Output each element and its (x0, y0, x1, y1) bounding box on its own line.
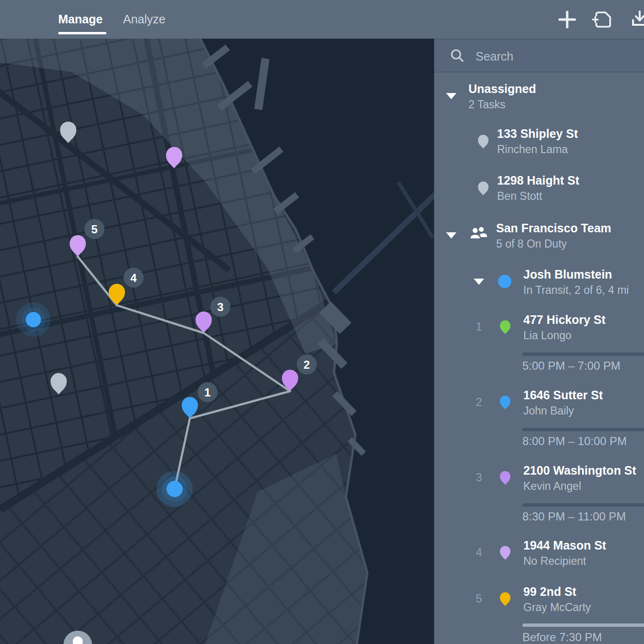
map-svg: 1 2 3 4 5 (0, 39, 434, 644)
task-address: 1298 Haight St (497, 172, 579, 188)
active-tab-underline (58, 32, 106, 34)
route-badge-2: 2 (303, 358, 310, 371)
time-window-bar (522, 353, 644, 356)
stop-pin-icon (499, 395, 511, 410)
task-recipient: Rinchen Lama (497, 142, 578, 157)
route-badge-5: 5 (91, 223, 97, 236)
search-icon (449, 48, 466, 64)
stop-address: 477 Hickory St (523, 312, 605, 328)
time-window: 5:00 PM – 7:00 PM (522, 358, 620, 374)
route-badge-4: 4 (130, 271, 137, 284)
task-recipient: Ben Stott (497, 188, 579, 204)
stop-address: 99 2nd St (523, 583, 591, 600)
search-bar[interactable] (434, 40, 644, 73)
stop-number: 1 (471, 320, 487, 333)
time-window-bar (522, 503, 644, 507)
team-icon (469, 226, 488, 240)
time-window-bar (522, 428, 644, 431)
time-window-bar (522, 623, 644, 627)
driver-status-dot (498, 275, 511, 288)
stop-pin-icon (499, 470, 511, 486)
driver-dot-west[interactable] (16, 302, 51, 337)
add-task-button[interactable] (556, 9, 578, 31)
stop-number: 4 (471, 546, 487, 559)
team-duty-count: 5 of 8 On Duty (496, 236, 611, 251)
import-tasks-icon (592, 9, 614, 31)
stop-number: 3 (471, 471, 487, 484)
stop-recipient: Lia Longo (523, 328, 605, 343)
driver-status: In Transit, 2 of 6, 4 mi (523, 282, 629, 298)
stop-recipient: Gray McCarty (523, 600, 591, 615)
unassigned-count: 2 Tasks (468, 97, 536, 112)
collapse-caret-icon[interactable] (446, 93, 457, 99)
stop-pin-icon (499, 545, 511, 561)
route-badge-3: 3 (217, 301, 223, 313)
collapse-caret-icon[interactable] (446, 232, 457, 239)
time-window: 8:30 PM – 11:00 PM (522, 509, 626, 524)
stop-recipient: No Recipient (523, 553, 606, 569)
collapse-caret-icon[interactable] (474, 279, 484, 285)
task-pin-icon (478, 134, 489, 149)
time-window: Before 7:30 PM (522, 630, 602, 644)
unassigned-title: Unassigned (468, 81, 536, 97)
task-pin-icon (478, 181, 489, 196)
stop-pin-icon (499, 320, 511, 335)
stop-number: 2 (471, 395, 487, 409)
map-canvas[interactable]: 1 2 3 4 5 (0, 39, 434, 644)
team-title: San Francisco Team (496, 220, 611, 236)
search-input[interactable] (475, 45, 634, 67)
plus-icon (558, 10, 577, 29)
stop-address: 2100 Washington St (523, 462, 636, 478)
driver-dot-south[interactable] (156, 471, 193, 507)
route-badge-1: 1 (204, 386, 210, 399)
sidebar: Unassigned 2 Tasks 133 Shipley St Rinche… (434, 39, 644, 644)
stop-number: 5 (471, 592, 487, 605)
import-tasks-button[interactable] (592, 9, 614, 31)
driver-name: Josh Blumstein (523, 266, 629, 282)
time-window: 8:00 PM – 10:00 PM (522, 434, 627, 449)
stop-recipient: John Baily (523, 403, 603, 418)
download-icon (631, 9, 644, 31)
stop-pin-icon (499, 592, 511, 607)
stop-address: 1646 Sutter St (523, 387, 603, 403)
task-address: 133 Shipley St (497, 125, 578, 142)
topbar: Manage Analyze (0, 0, 644, 39)
stop-address: 1944 Mason St (523, 537, 606, 553)
stop-recipient: Kevin Angel (523, 478, 636, 494)
download-button[interactable] (631, 9, 644, 31)
tab-analyze[interactable]: Analyze (123, 0, 166, 39)
